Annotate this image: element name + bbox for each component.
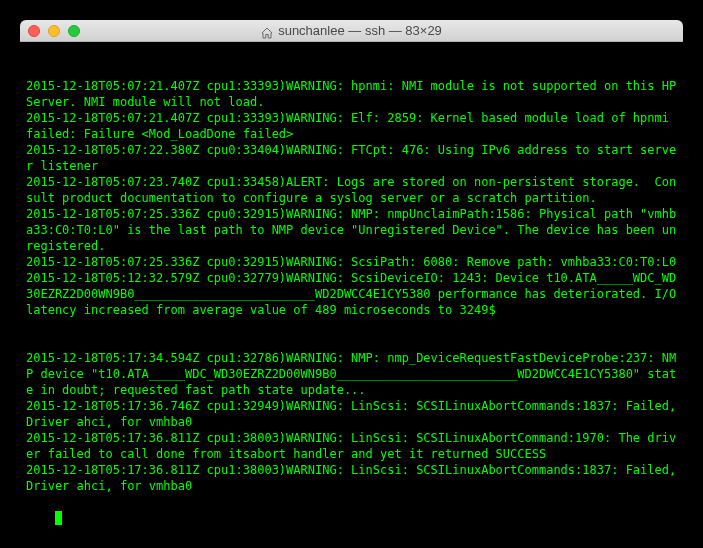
log-line: 2015-12-18T05:07:23.740Z cpu1:33458)ALER… [26,174,677,206]
log-line: 2015-12-18T05:12:32.579Z cpu0:32779)WARN… [26,270,677,318]
log-line: 2015-12-18T05:17:34.594Z cpu1:32786)WARN… [26,350,677,398]
blank-line [26,334,677,350]
traffic-lights [28,25,80,37]
minimize-button[interactable] [48,25,60,37]
log-line: 2015-12-18T05:07:21.407Z cpu1:33393)WARN… [26,78,677,110]
log-line: 2015-12-18T05:17:36.811Z cpu1:38003)WARN… [26,430,677,462]
titlebar[interactable]: sunchanlee — ssh — 83×29 [20,20,683,42]
log-line: 2015-12-18T05:07:25.336Z cpu0:32915)WARN… [26,206,677,254]
terminal-window: sunchanlee — ssh — 83×29 2015-12-18T05:0… [20,20,683,548]
maximize-button[interactable] [68,25,80,37]
close-button[interactable] [28,25,40,37]
log-line: 2015-12-18T05:07:21.407Z cpu1:33393)WARN… [26,110,677,142]
title-center: sunchanlee — ssh — 83×29 [20,23,683,38]
log-line: 2015-12-18T05:07:25.336Z cpu0:32915)WARN… [26,254,677,270]
log-line: 2015-12-18T05:07:22.380Z cpu0:33404)WARN… [26,142,677,174]
log-line: 2015-12-18T05:17:36.811Z cpu1:38003)WARN… [26,462,677,494]
home-icon [261,25,273,36]
cursor [55,511,62,525]
window-title: sunchanlee — ssh — 83×29 [278,23,442,38]
log-line: 2015-12-18T05:17:36.746Z cpu1:32949)WARN… [26,398,677,430]
terminal-content[interactable]: 2015-12-18T05:07:21.407Z cpu1:33393)WARN… [20,42,683,548]
blank-line [26,318,677,334]
